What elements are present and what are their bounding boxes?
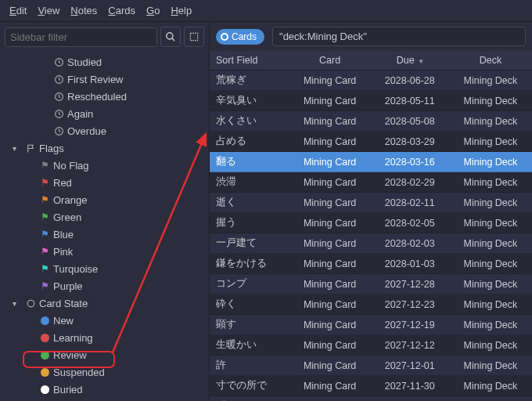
card-table[interactable]: Sort FieldCardDueDeck荒稼ぎMining Card2028-… — [210, 51, 532, 401]
sidebar-item-purple[interactable]: ⚑Purple — [0, 277, 209, 294]
clock-icon — [52, 74, 66, 85]
svg-point-0 — [167, 33, 173, 39]
sidebar-item-flags[interactable]: ▾Flags — [0, 139, 209, 157]
table-row[interactable]: 寸での所でMining Card2027-11-30Mining Deck — [210, 376, 532, 396]
search-input[interactable]: "deck:Mining Deck" — [272, 27, 526, 46]
sidebar-item-green[interactable]: ⚑Green — [0, 208, 209, 226]
sidebar-item-label: Rescheduled — [66, 91, 127, 103]
table-row[interactable]: 荒稼ぎMining Card2028-06-28Mining Deck — [210, 70, 532, 91]
cards-toggle[interactable]: Cards — [216, 29, 264, 45]
sidebar-item-overdue[interactable]: Overdue — [0, 122, 209, 139]
menu-edit[interactable]: Edit — [5, 3, 31, 18]
sidebar-item-label: Green — [52, 211, 81, 223]
menu-view[interactable]: View — [33, 3, 64, 18]
clock-icon — [52, 109, 66, 119]
table-header-row[interactable]: Sort FieldCardDueDeck — [210, 51, 532, 70]
select-icon[interactable] — [184, 27, 204, 47]
clock-icon — [52, 126, 66, 136]
sidebar-item-card-state[interactable]: ▾Card State — [0, 294, 209, 312]
sidebar-item-blue[interactable]: ⚑Blue — [0, 226, 209, 243]
sidebar-item-label: Purple — [52, 280, 83, 292]
sidebar-item-label: Suspended — [52, 367, 105, 378]
sidebar-item-label: Again — [66, 108, 93, 120]
menu-cards[interactable]: Cards — [103, 3, 140, 18]
sidebar-item-turquoise[interactable]: ⚑Turquoise — [0, 260, 209, 277]
table-row[interactable]: 鎌をかけるMining Card2028-01-03Mining Deck — [210, 254, 532, 274]
table-row[interactable]: 砕くMining Card2027-12-23Mining Deck — [210, 294, 532, 315]
sidebar-item-buried[interactable]: Buried — [0, 381, 209, 398]
flag-outline-icon — [23, 143, 38, 154]
table-row[interactable]: 翻るMining Card2028-03-16Mining Deck — [210, 152, 532, 172]
sidebar-item-first-review[interactable]: First Review — [0, 70, 209, 88]
svg-line-1 — [172, 38, 175, 42]
flag-icon: ⚑ — [38, 263, 52, 274]
sidebar-item-suspended[interactable]: Suspended — [0, 363, 209, 381]
search-icon[interactable] — [160, 27, 181, 47]
circle-icon — [38, 334, 52, 342]
sidebar-item-new[interactable]: New — [0, 312, 209, 329]
flag-icon: ⚑ — [38, 280, 52, 291]
menu-help[interactable]: Help — [166, 3, 196, 18]
table-row[interactable]: 顕すMining Card2027-12-19Mining Deck — [210, 315, 532, 335]
sidebar-item-label: Overdue — [66, 125, 106, 137]
flag-icon: ⚑ — [38, 177, 52, 188]
sidebar-item-label: Studied — [66, 56, 102, 68]
sidebar-item-label: Red — [52, 177, 72, 189]
svg-point-8 — [27, 300, 34, 307]
sidebar-item-label: Pink — [52, 246, 73, 258]
table-row[interactable]: 肘Mining Card2027-11-18Mining Deck — [210, 396, 532, 402]
table-row[interactable]: 占めるMining Card2028-03-29Mining Deck — [210, 132, 532, 152]
circle-icon — [38, 316, 52, 325]
table-row[interactable]: 渋滞Mining Card2028-02-29Mining Deck — [210, 172, 532, 193]
sidebar-item-no-flag[interactable]: ⚑No Flag — [0, 157, 209, 174]
sidebar-item-label: Orange — [52, 194, 87, 206]
sidebar-item-decks[interactable]: ▾Decks — [0, 398, 209, 401]
column-due[interactable]: Due — [371, 51, 449, 70]
sidebar-item-label: Review — [52, 349, 87, 361]
sidebar-item-label: Flags — [38, 143, 64, 154]
flag-icon: ⚑ — [38, 160, 52, 171]
table-row[interactable]: 生暖かいMining Card2027-12-12Mining Deck — [210, 335, 532, 356]
table-row[interactable]: 許Mining Card2027-12-01Mining Deck — [210, 356, 532, 376]
table-row[interactable]: 握うMining Card2028-02-05Mining Deck — [210, 213, 532, 233]
sidebar-item-learning[interactable]: Learning — [0, 329, 209, 346]
table-row[interactable]: 一戸建てMining Card2028-02-03Mining Deck — [210, 233, 532, 254]
sidebar-tree: StudiedFirst ReviewRescheduledAgainOverd… — [0, 52, 209, 401]
sidebar-item-label: Turquoise — [52, 263, 98, 275]
sidebar-item-red[interactable]: ⚑Red — [0, 174, 209, 191]
menu-notes[interactable]: Notes — [66, 3, 102, 18]
main-panel: Cards "deck:Mining Deck" Sort FieldCardD… — [210, 22, 532, 401]
flag-icon: ⚑ — [38, 246, 52, 257]
flag-icon: ⚑ — [38, 229, 52, 240]
sidebar-item-label: Card State — [38, 298, 88, 309]
table-row[interactable]: コンプMining Card2027-12-28Mining Deck — [210, 274, 532, 294]
clock-icon — [52, 57, 66, 67]
sidebar-item-review[interactable]: Review — [0, 346, 209, 363]
circle-icon — [38, 385, 52, 394]
sidebar-item-pink[interactable]: ⚑Pink — [0, 243, 209, 260]
sidebar-item-label: Blue — [52, 229, 74, 240]
table-row[interactable]: 逝くMining Card2028-02-11Mining Deck — [210, 193, 532, 213]
sidebar-item-rescheduled[interactable]: Rescheduled — [0, 88, 209, 105]
sidebar-item-label: First Review — [66, 74, 124, 85]
sidebar-item-label: New — [52, 315, 74, 327]
sidebar-item-label: Learning — [52, 332, 93, 344]
circle-outline-icon — [23, 298, 38, 309]
circle-icon — [38, 351, 52, 359]
flag-icon: ⚑ — [38, 194, 52, 205]
menu-go[interactable]: Go — [142, 3, 164, 18]
column-sort-field[interactable]: Sort Field — [210, 51, 289, 70]
clock-icon — [52, 92, 66, 102]
sidebar-item-orange[interactable]: ⚑Orange — [0, 191, 209, 208]
sidebar-item-studied[interactable]: Studied — [0, 53, 209, 70]
sidebar-item-label: Buried — [52, 384, 83, 396]
sidebar-filter-input[interactable] — [5, 27, 157, 47]
column-card[interactable]: Card — [289, 51, 370, 70]
sidebar-item-label: No Flag — [52, 160, 89, 172]
table-row[interactable]: 辛気臭いMining Card2028-05-11Mining Deck — [210, 91, 532, 111]
svg-rect-2 — [190, 33, 197, 40]
circle-icon — [38, 368, 52, 377]
column-deck[interactable]: Deck — [449, 51, 532, 70]
sidebar-item-again[interactable]: Again — [0, 105, 209, 122]
table-row[interactable]: 水くさいMining Card2028-05-08Mining Deck — [210, 111, 532, 132]
